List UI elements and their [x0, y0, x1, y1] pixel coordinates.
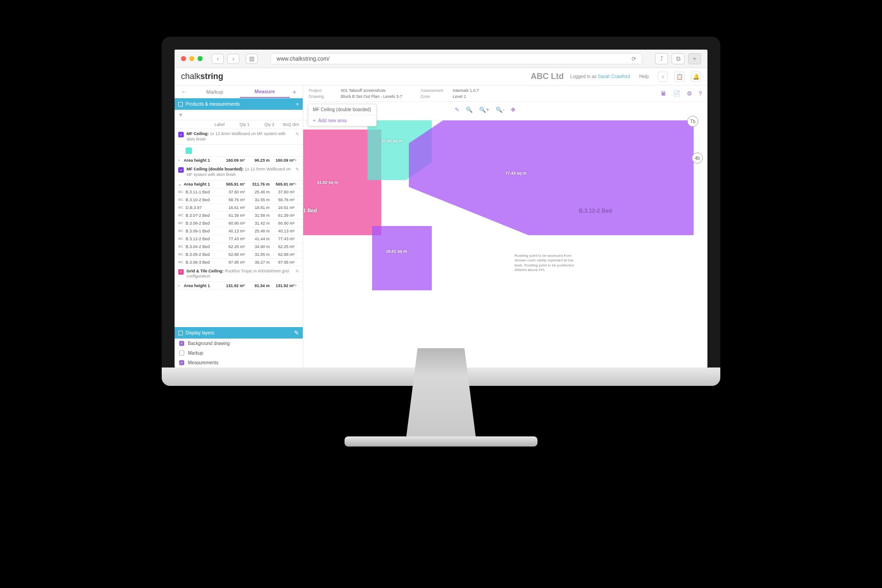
company-name: ABC Ltd: [531, 72, 564, 81]
plus-icon: +: [313, 118, 316, 123]
tab-markup[interactable]: Markup: [190, 86, 240, 97]
column-headers: LabelQty 1Qty 2BoQ dim: [175, 120, 303, 129]
measurement-row[interactable]: BCB.3.09-1 Bed40.13 m²25.48 m40.13 m²: [175, 227, 303, 235]
pan-tool-icon[interactable]: ✥: [511, 107, 515, 113]
color-swatch: ✓: [178, 132, 184, 137]
zoom-in-icon[interactable]: 🔍+: [479, 107, 489, 113]
area-summary[interactable]: ›Area height 1 131.92 m²91.34 m131.92 m²…: [175, 282, 303, 290]
user-link[interactable]: Sarah Crawford: [598, 74, 630, 79]
logo[interactable]: chalkstring: [181, 72, 223, 81]
add-product-icon[interactable]: +: [295, 101, 299, 107]
area-summary[interactable]: ⌄Area height 1 565.91 m²311.76 m565.91 m…: [175, 181, 303, 188]
area-label: 16.61 sq m: [386, 249, 407, 254]
add-tab-icon[interactable]: +: [290, 88, 299, 96]
edit-layers-icon[interactable]: ✎: [294, 329, 299, 336]
checkbox-icon[interactable]: ✓: [179, 360, 184, 365]
checkbox-icon[interactable]: [179, 351, 184, 356]
calculator-icon[interactable]: 🖩: [661, 90, 667, 97]
back-icon[interactable]: ←: [178, 88, 190, 95]
edit-icon[interactable]: ✎: [295, 131, 299, 136]
room-name: 1 Bed: [303, 208, 317, 213]
area-shape-purple[interactable]: [409, 120, 694, 235]
forward-button[interactable]: ›: [227, 54, 239, 64]
products-section-header[interactable]: Products & measurements +: [175, 98, 303, 110]
close-window-icon[interactable]: [181, 56, 186, 61]
measurement-row[interactable]: BCB.3.04-2 Bed62.25 m²34.90 m62.25 m²: [175, 243, 303, 251]
document-icon[interactable]: 📄: [673, 90, 680, 97]
layer-item[interactable]: ✓Measurements: [175, 358, 303, 368]
area-shape-purple[interactable]: [372, 226, 432, 290]
area-summary[interactable]: ›Area height 1 160.09 m²96.23 m160.09 m²…: [175, 157, 303, 164]
maximize-window-icon[interactable]: [198, 56, 203, 61]
measurement-row[interactable]: BCB.3.11-1 Bed37.60 m²25.46 m37.60 m²: [175, 188, 303, 196]
plan-note: Rodding point to be accessed from shower…: [514, 254, 579, 273]
area-label: 77.43 sq m: [505, 171, 526, 175]
sidebar: ← Markup Measure + Products & measuremen…: [175, 85, 303, 368]
edit-icon[interactable]: ✎: [295, 269, 299, 274]
measurement-row[interactable]: BCB.3.10-2 Bed58.76 m²31.55 m58.76 m²: [175, 196, 303, 204]
new-tab-button[interactable]: +: [688, 53, 701, 64]
measurement-row[interactable]: BCB.3.05-2 Bed62.88 m²31.85 m62.88 m²: [175, 251, 303, 259]
color-swatch: ✓: [178, 167, 184, 173]
layer-item[interactable]: ✓Background drawing: [175, 339, 303, 348]
settings-icon[interactable]: ⚙: [687, 90, 692, 97]
tab-measure[interactable]: Measure: [240, 86, 290, 98]
url-bar[interactable]: www.chalkstring.com/ ⟳: [271, 53, 642, 64]
share-button[interactable]: ⤴: [655, 53, 668, 64]
measurement-row[interactable]: BCB.3.08-2 Bed60.90 m²31.42 m60.90 m²: [175, 220, 303, 227]
login-status: Logged in as Sarah Crawford: [570, 74, 630, 79]
product-row[interactable]: ✓ Grid & Tile Ceiling: Rockfon Tropic in…: [175, 266, 303, 282]
sidebar-toggle-button[interactable]: ▥: [246, 54, 258, 64]
drawing-canvas[interactable]: ✎ 🔍 🔍+ 🔍- ✥ MF Ceiling (double boarded) …: [303, 102, 707, 368]
help-link[interactable]: Help: [636, 74, 651, 79]
product-row[interactable]: ✓ MF Ceiling: 1x 12.5mm Wallboard on MF …: [175, 129, 303, 145]
room-name: B.3.12-2 Bed: [579, 208, 612, 214]
product-row[interactable]: ✓ MF Ceiling (double boarded): 1x 12.5mm…: [175, 164, 303, 180]
pen-tool-icon[interactable]: ✎: [455, 107, 459, 113]
zoom-out-icon[interactable]: 🔍-: [496, 107, 504, 113]
context-popup: MF Ceiling (double boarded) +Add new are…: [308, 104, 377, 126]
back-button[interactable]: ‹: [212, 54, 224, 64]
info-bar: Project001 Takeoff screenshots DrawingBl…: [303, 85, 707, 102]
product-swatch-row: [175, 145, 303, 157]
checkbox-icon[interactable]: [178, 102, 183, 107]
filter-row[interactable]: ▼: [175, 110, 303, 120]
bell-icon[interactable]: 🔔: [691, 72, 701, 82]
checkbox-icon[interactable]: [178, 331, 183, 335]
browser-toolbar: ‹ › ▥ www.chalkstring.com/ ⟳ ⤴ ⧉ +: [175, 50, 707, 68]
grid-marker: 4b: [692, 153, 703, 164]
main-panel: Project001 Takeoff screenshots DrawingBl…: [303, 85, 707, 368]
help-icon[interactable]: ?: [699, 90, 702, 97]
zoom-tool-icon[interactable]: 🔍: [466, 107, 473, 113]
measurement-row[interactable]: BCB.3.06-3 Bed87.95 m²39.27 m87.95 m²: [175, 259, 303, 266]
measurement-row[interactable]: BCB.3.07-2 Bed61.39 m²31.58 m61.39 m²: [175, 212, 303, 220]
add-area-button[interactable]: +Add new area: [308, 115, 376, 126]
clipboard-icon[interactable]: 📋: [674, 72, 684, 82]
color-swatch: [186, 147, 192, 154]
measurement-row[interactable]: BCB.3.12-2 Bed77.43 m²41.44 m77.43 m²: [175, 235, 303, 243]
area-label: 41.82 sq m: [317, 180, 338, 185]
measurement-row[interactable]: BCD.B.3.9716.61 m²18.81 m16.61 m²: [175, 204, 303, 212]
edit-icon[interactable]: ✎: [295, 167, 299, 172]
color-swatch: ✓: [178, 269, 184, 275]
refresh-icon[interactable]: ⟳: [632, 56, 636, 62]
app-header: chalkstring ABC Ltd Logged in as Sarah C…: [175, 68, 707, 85]
area-label: 37.68 sq m: [381, 139, 402, 143]
canvas-toolbar: ✎ 🔍 🔍+ 🔍- ✥: [450, 105, 520, 115]
layer-item[interactable]: Markup: [175, 348, 303, 358]
layers-section-header[interactable]: Display layers ✎: [175, 327, 303, 339]
checkbox-icon[interactable]: ✓: [179, 341, 184, 346]
tabs-button[interactable]: ⧉: [672, 53, 684, 64]
minimize-window-icon[interactable]: [189, 56, 194, 61]
user-icon[interactable]: ♀: [658, 72, 668, 82]
grid-marker: Tb: [687, 116, 698, 127]
url-text: www.chalkstring.com/: [277, 56, 329, 62]
popup-title: MF Ceiling (double boarded): [308, 104, 376, 115]
